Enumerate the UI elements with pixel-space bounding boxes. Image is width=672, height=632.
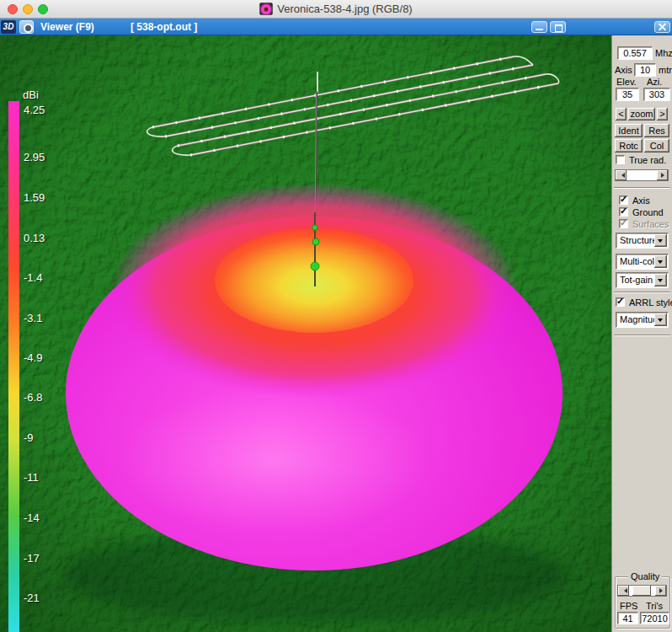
pattern-highlight — [118, 389, 429, 533]
scale-tick: -21 — [24, 592, 40, 604]
gain-type-select[interactable]: Tot-gain — [616, 272, 669, 288]
app-titlebar[interactable]: 3D Viewer (F9) [ 538-opt.out ] — [0, 19, 672, 35]
divider — [614, 335, 670, 336]
tris-label: Tri's — [646, 601, 663, 611]
color-button[interactable]: Col — [644, 139, 669, 153]
view-mode-value: Structure — [620, 235, 654, 245]
slider-right-arrow-icon[interactable] — [657, 170, 668, 180]
arrl-style-label: ARRL style — [629, 297, 672, 308]
slider-right-arrow-icon[interactable] — [655, 586, 666, 596]
divider — [614, 187, 670, 189]
tris-value: 72010 — [640, 612, 669, 624]
viewer-app-icon — [19, 20, 34, 34]
quality-slider[interactable] — [617, 585, 667, 597]
coloring-select[interactable]: Multi-colo — [616, 254, 669, 270]
scale-tick: 4.25 — [24, 104, 45, 116]
3d-badge-icon: 3D — [1, 20, 16, 34]
scene-3d — [0, 35, 611, 632]
true-radiation-label: True rad. — [629, 155, 666, 165]
fps-value: 41 — [617, 612, 638, 624]
control-panel: 0.557 Mhz Axis 10 mtr Elev. Azi. 35 303 … — [611, 35, 672, 632]
zoom-in-button[interactable]: > — [657, 108, 668, 121]
zoom-out-button[interactable]: < — [616, 108, 627, 121]
ident-button[interactable]: Ident — [615, 124, 643, 137]
scale-tick: 1.59 — [24, 191, 45, 204]
checkbox-icon[interactable] — [619, 207, 628, 217]
zoom-button[interactable]: zoom — [628, 108, 655, 121]
true-radiation-checkbox[interactable]: True rad. — [616, 155, 669, 166]
arrl-style-checkbox[interactable]: ARRL style — [616, 297, 671, 308]
frequency-unit-label: Mhz — [655, 48, 672, 58]
quality-label: Quality — [628, 571, 662, 581]
scale-tick: -4.9 — [24, 351, 42, 364]
divider — [614, 292, 670, 293]
source-marker — [311, 262, 319, 270]
3d-viewport[interactable]: dBi 4.25 2.95 1.59 0.13 -1.4 -3.1 -4.9 -… — [0, 35, 611, 632]
coloring-value: Multi-colo — [620, 256, 654, 266]
mac-title-text: Veronica-538-4.jpg (RGB/8) — [277, 3, 412, 15]
chevron-down-icon[interactable] — [654, 255, 667, 268]
wire-marker — [312, 225, 317, 230]
view-mode-select[interactable]: Structure — [616, 233, 669, 249]
fps-label: FPS — [620, 601, 637, 611]
scale-tick: -11 — [24, 471, 39, 484]
gain-color-scale — [8, 101, 19, 632]
radiation-scale-slider[interactable] — [615, 169, 669, 181]
slider-thumb[interactable] — [632, 586, 651, 596]
quality-group: Quality FPS Tri's 41 72010 — [615, 576, 670, 629]
wire-marker — [312, 238, 319, 245]
maximize-icon[interactable] — [550, 21, 566, 33]
rotation-center-button[interactable]: Rotc — [615, 139, 643, 153]
scale-tick: -17 — [24, 552, 40, 565]
reset-button[interactable]: Res — [644, 124, 669, 137]
slider-left-arrow-icon[interactable] — [616, 170, 627, 180]
checkbox-icon — [619, 219, 628, 228]
loaded-file-name: [ 538-opt.out ] — [131, 21, 197, 33]
close-icon[interactable] — [654, 21, 670, 33]
checkbox-icon[interactable] — [619, 195, 628, 205]
chevron-down-icon[interactable] — [654, 313, 667, 326]
scale-tick: 2.95 — [24, 151, 45, 163]
viewer-window: Veronica-538-4.jpg (RGB/8) 3D Viewer (F9… — [0, 0, 672, 632]
azimuth-label: Azi. — [647, 77, 662, 87]
surfaces-toggle-label: Surfaces — [632, 219, 669, 229]
mac-titlebar: Veronica-538-4.jpg (RGB/8) — [0, 0, 672, 19]
minimize-icon[interactable] — [531, 21, 547, 33]
scale-tick: -14 — [24, 511, 40, 524]
scale-unit-label: dBi — [23, 88, 39, 101]
elevation-label: Elev. — [616, 77, 637, 87]
magnitude-select[interactable]: Magnituc — [616, 312, 669, 328]
magnitude-value: Magnituc — [620, 314, 654, 324]
image-thumbnail-icon — [259, 3, 273, 15]
scale-tick: 0.13 — [24, 232, 45, 244]
axis-length-label: Axis — [615, 65, 632, 75]
azimuth-input[interactable]: 303 — [643, 88, 670, 101]
mac-window-title: Veronica-538-4.jpg (RGB/8) — [0, 3, 672, 15]
slider-left-arrow-icon[interactable] — [618, 586, 629, 596]
gain-type-value: Tot-gain — [620, 275, 654, 285]
frequency-input[interactable]: 0.557 — [617, 46, 653, 60]
window-title: Viewer (F9) — [40, 21, 94, 33]
scale-tick: -1.4 — [24, 271, 42, 284]
ground-toggle-label: Ground — [632, 207, 664, 217]
scale-tick: -6.8 — [24, 391, 42, 404]
elevation-input[interactable]: 35 — [616, 88, 639, 101]
scale-tick: -3.1 — [24, 312, 42, 324]
surfaces-checkbox: Surfaces — [619, 219, 669, 230]
checkbox-icon[interactable] — [616, 155, 625, 164]
axis-toggle-label: Axis — [632, 195, 650, 206]
chevron-down-icon[interactable] — [654, 274, 667, 287]
axis-length-input[interactable]: 10 — [634, 63, 656, 77]
checkbox-icon[interactable] — [616, 297, 625, 307]
axis-unit-label: mtr — [659, 65, 672, 75]
scale-tick: -9 — [24, 431, 34, 444]
chevron-down-icon[interactable] — [654, 234, 667, 247]
